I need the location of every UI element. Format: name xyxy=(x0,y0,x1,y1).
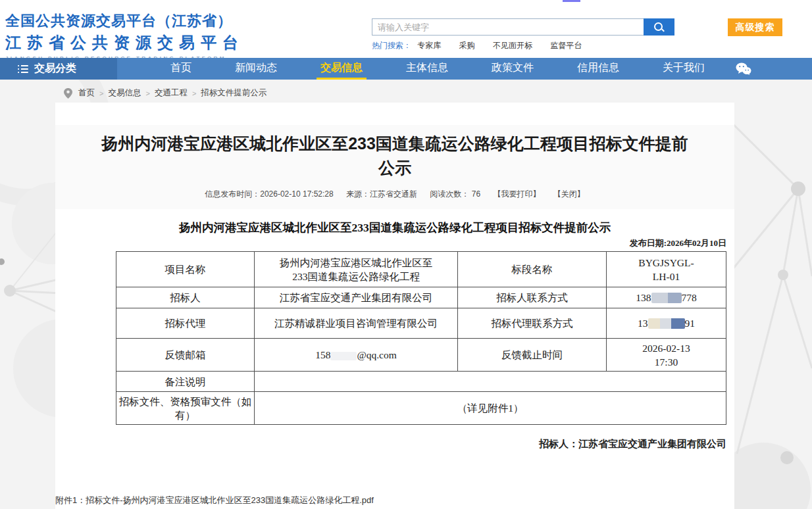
page-title: 扬州内河港宝应港区城北作业区至233国道集疏运公路绿化工程项目招标文件提前公示 xyxy=(97,132,693,180)
nav-item-news[interactable]: 新闻动态 xyxy=(231,58,281,80)
cell-tenderer-contact-label: 招标人联系方式 xyxy=(458,287,607,308)
breadcrumb-trade-info[interactable]: 交易信息 xyxy=(108,87,141,99)
cell-feedback-deadline-value: 2026-02-13 17:30 xyxy=(607,339,726,372)
breadcrumb: 首页 > 交易信息 > 交通工程 > 招标文件提前公示 xyxy=(0,80,812,99)
cell-tenderer-contact-value: 138778 xyxy=(607,287,726,308)
cell-documents-value: （详见附件1） xyxy=(255,392,726,425)
publish-time-value: 2026-02-10 17:52:28 xyxy=(260,189,333,199)
close-button[interactable]: 【关闭】 xyxy=(553,189,585,199)
breadcrumb-home[interactable]: 首页 xyxy=(78,87,95,99)
breadcrumb-current: 招标文件提前公示 xyxy=(201,87,266,99)
publish-date: 发布日期:2026年02月10日 xyxy=(55,237,726,249)
article-meta: 信息发布时间：2026-02-10 17:52:28 来源：江苏省交通新 阅读次… xyxy=(55,189,734,200)
cell-agency-contact-label: 招标代理联系方式 xyxy=(458,308,607,339)
publish-time-label: 信息发布时间： xyxy=(205,189,260,199)
table-row-tenderer: 招标人 江苏省宝应交通产业集团有限公司 招标人联系方式 138778 xyxy=(116,287,726,308)
cell-agency-label: 招标代理 xyxy=(116,308,255,339)
cell-section-name-value: BYGJSYGL-LH-01 xyxy=(607,252,726,287)
nav-item-subject-info[interactable]: 主体信息 xyxy=(402,58,452,80)
redacted-phone-segment xyxy=(648,318,685,329)
document-body: 扬州内河港宝应港区城北作业区至233国道集疏运公路绿化工程项目招标文件提前公示 … xyxy=(55,209,734,450)
cell-tenderer-value: 江苏省宝应交通产业集团有限公司 xyxy=(255,287,458,308)
table-row-remarks: 备注说明 xyxy=(116,372,726,392)
cell-agency-value: 江苏精诚群业项目咨询管理有限公司 xyxy=(255,308,458,339)
nav-category-label: 交易分类 xyxy=(34,62,76,76)
signature-line: 招标人：江苏省宝应交通产业集团有限公司 xyxy=(55,438,726,450)
cell-feedback-deadline-label: 反馈截止时间 xyxy=(458,339,607,372)
cell-remarks-label: 备注说明 xyxy=(116,372,255,392)
cell-section-name-label: 标段名称 xyxy=(458,252,607,287)
search-button[interactable] xyxy=(644,18,674,36)
site-logo[interactable]: 全国公共资源交易平台（江苏省） 江苏省公共资源交易平台 JIANGSU PUBL… xyxy=(5,11,244,61)
hot-search-item-supervision[interactable]: 监督平台 xyxy=(550,41,582,50)
hot-search-item-procurement[interactable]: 采购 xyxy=(459,41,475,50)
hot-search-label: 热门搜索： xyxy=(372,41,411,50)
logo-title-provincial: 江苏省公共资源交易平台 xyxy=(5,32,244,53)
cell-project-name-value: 扬州内河港宝应港区城北作业区至233国道集疏运公路绿化工程 xyxy=(255,252,458,287)
main-nav: 交易分类 首页 新闻动态 交易信息 主体信息 政策文件 信用信息 关于我们 xyxy=(0,58,812,80)
table-row-project: 项目名称 扬州内河港宝应港区城北作业区至233国道集疏运公路绿化工程 标段名称 … xyxy=(116,252,726,287)
search-area: 热门搜索： 专家库 采购 不见面开标 监督平台 xyxy=(372,18,674,51)
search-input[interactable] xyxy=(372,18,644,36)
attachment-link[interactable]: 附件1：招标文件-扬州内河港宝应港区城北作业区至233国道集疏运公路绿化工程.p… xyxy=(55,495,374,506)
redacted-email-segment xyxy=(330,352,357,360)
breadcrumb-transport[interactable]: 交通工程 xyxy=(155,87,188,99)
redacted-phone-segment xyxy=(651,293,682,303)
location-pin-icon xyxy=(64,88,72,99)
nav-item-credit[interactable]: 信用信息 xyxy=(573,58,623,80)
nav-item-home[interactable]: 首页 xyxy=(166,58,195,80)
table-row-feedback: 反馈邮箱 158@qq.com 反馈截止时间 2026-02-13 17:30 xyxy=(116,339,726,372)
content-panel: 扬州内河港宝应港区城北作业区至233国道集疏运公路绿化工程项目招标文件提前公示 … xyxy=(55,103,734,509)
advanced-search-button[interactable]: 高级搜索 xyxy=(728,18,782,36)
source-label: 来源： xyxy=(346,189,370,199)
views-label: 阅读次数： xyxy=(430,189,469,199)
doc-title: 扬州内河港宝应港区城北作业区至233国道集疏运公路绿化工程项目招标文件提前公示 xyxy=(55,220,734,235)
table-row-documents: 招标文件、资格预审文件（如有） （详见附件1） xyxy=(116,392,726,425)
print-button[interactable]: 【我要打印】 xyxy=(493,189,540,199)
title-section: 扬州内河港宝应港区城北作业区至233国道集疏运公路绿化工程项目招标文件提前公示 … xyxy=(55,125,734,209)
cell-agency-contact-value: 1391 xyxy=(607,308,726,339)
menu-icon xyxy=(18,63,28,75)
nav-item-about[interactable]: 关于我们 xyxy=(659,58,709,80)
announcement-table: 项目名称 扬州内河港宝应港区城北作业区至233国道集疏运公路绿化工程 标段名称 … xyxy=(116,251,726,425)
cell-remarks-value xyxy=(255,372,726,392)
breadcrumb-separator: > xyxy=(99,89,103,97)
nav-category-button[interactable]: 交易分类 xyxy=(0,58,117,80)
cell-feedback-email-label: 反馈邮箱 xyxy=(116,339,255,372)
breadcrumb-separator: > xyxy=(145,89,149,97)
site-header: 全国公共资源交易平台（江苏省） 江苏省公共资源交易平台 JIANGSU PUBL… xyxy=(0,0,812,58)
views-value: 76 xyxy=(472,189,480,199)
wechat-icon[interactable] xyxy=(736,58,751,80)
hot-search-item-expert[interactable]: 专家库 xyxy=(417,41,441,50)
breadcrumb-separator: > xyxy=(192,89,196,97)
cell-project-name-label: 项目名称 xyxy=(116,252,255,287)
nav-item-policy[interactable]: 政策文件 xyxy=(488,58,538,80)
table-row-agency: 招标代理 江苏精诚群业项目咨询管理有限公司 招标代理联系方式 1391 xyxy=(116,308,726,339)
panel-top-spacer xyxy=(55,103,734,125)
logo-title-national: 全国公共资源交易平台（江苏省） xyxy=(5,11,244,31)
cell-documents-label: 招标文件、资格预审文件（如有） xyxy=(116,392,255,425)
nav-item-trade-info[interactable]: 交易信息 xyxy=(317,58,367,80)
cell-tenderer-label: 招标人 xyxy=(116,287,255,308)
search-icon xyxy=(653,22,665,33)
hot-search-item-remote-bid[interactable]: 不见面开标 xyxy=(493,41,532,50)
nav-items: 首页 新闻动态 交易信息 主体信息 政策文件 信用信息 关于我们 xyxy=(117,58,812,80)
top-accent-line xyxy=(563,0,580,2)
cell-feedback-email-value: 158@qq.com xyxy=(255,339,458,372)
source-value: 江苏省交通新 xyxy=(370,189,417,199)
